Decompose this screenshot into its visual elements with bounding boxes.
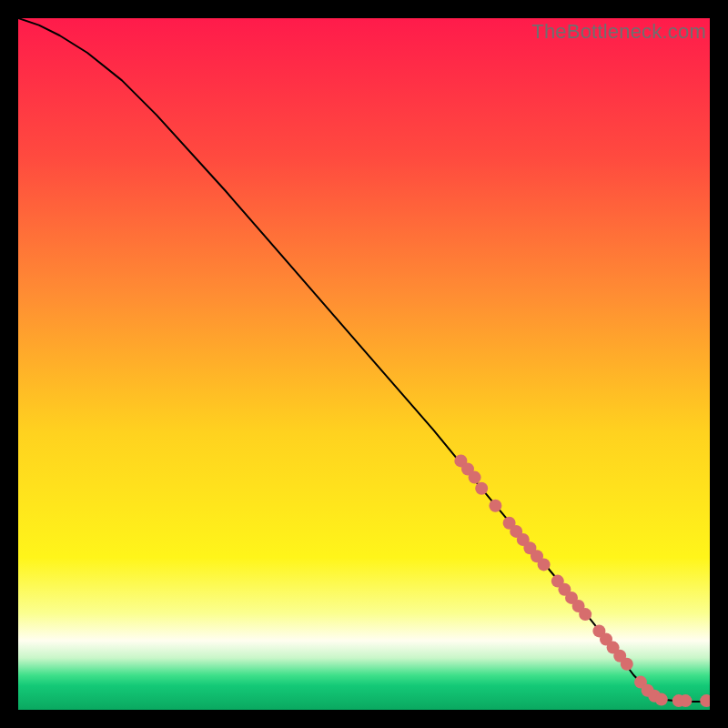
watermark-text: TheBottleneck.com (531, 20, 706, 44)
data-marker (579, 608, 592, 621)
data-marker (475, 482, 488, 495)
chart-svg (18, 18, 710, 710)
data-marker (538, 558, 551, 571)
data-marker (469, 471, 481, 484)
data-marker (679, 694, 692, 707)
chart-frame: TheBottleneck.com (18, 18, 710, 710)
chart-background (18, 18, 710, 710)
data-marker (621, 658, 633, 671)
data-marker (655, 693, 668, 706)
data-marker (489, 500, 501, 512)
